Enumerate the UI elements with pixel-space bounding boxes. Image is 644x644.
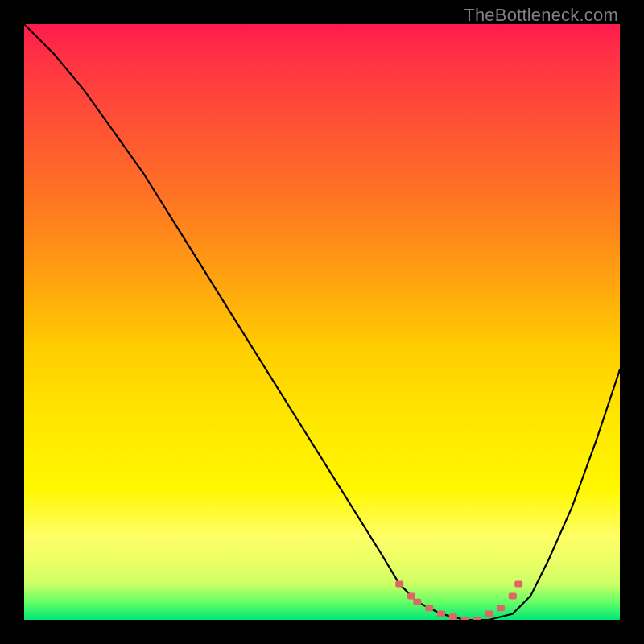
optimal-marker <box>437 611 445 617</box>
optimal-marker <box>395 581 403 588</box>
chart-container: TheBottleneck.com <box>0 0 644 644</box>
optimal-marker <box>413 599 421 605</box>
optimal-marker <box>407 592 415 599</box>
bottleneck-curve <box>24 24 620 620</box>
plot-area <box>24 24 620 620</box>
optimal-marker <box>449 613 457 620</box>
optimal-marker <box>485 611 493 617</box>
optimal-marker <box>509 592 517 599</box>
optimal-range-markers <box>395 581 522 620</box>
attribution-label: TheBottleneck.com <box>464 5 618 26</box>
optimal-marker <box>514 581 522 588</box>
optimal-marker <box>425 605 433 611</box>
optimal-marker <box>461 617 469 620</box>
optimal-marker <box>497 605 505 611</box>
optimal-marker <box>473 617 481 620</box>
curve-overlay <box>24 24 620 620</box>
